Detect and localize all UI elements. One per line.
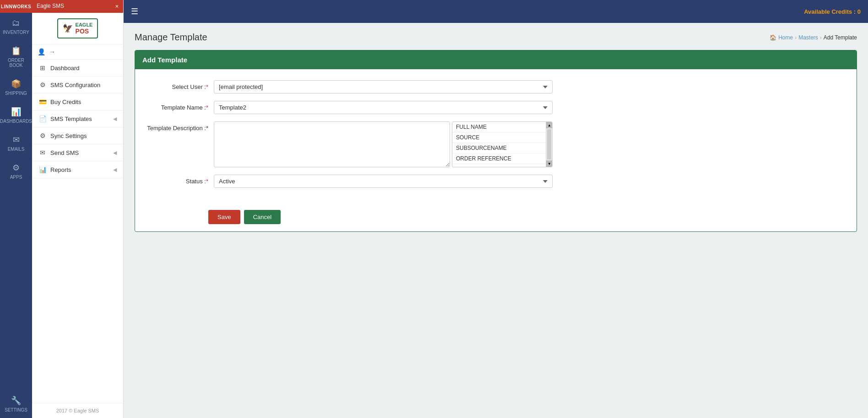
linnworks-label: LINNWORKS xyxy=(1,4,31,9)
template-name-label: Template Name :* xyxy=(144,101,208,111)
breadcrumb-sep2: › xyxy=(820,34,822,41)
nav-inventory-label: INVENTORY xyxy=(3,30,29,35)
variable-item[interactable]: FULL NAME xyxy=(452,122,546,132)
select-user-row: Select User :* [email protected] xyxy=(144,80,847,94)
breadcrumb-sep1: › xyxy=(795,34,797,41)
page-title: Manage Template xyxy=(135,32,207,43)
sidebar-item-buy-credits[interactable]: 💳 Buy Credits xyxy=(32,94,123,110)
send-sms-label: Send SMS xyxy=(50,149,79,156)
nav-shipping-label: SHIPPING xyxy=(5,91,27,96)
desc-inputs-container: FULL NAMESOURCESUBSOURCENAMEORDER REFERE… xyxy=(214,121,553,167)
template-name-row: Template Name :* Template2 xyxy=(144,101,847,114)
main-content: ☰ Available Credits : 0 Manage Template … xyxy=(124,0,868,418)
secondary-sidebar-redbar: Eagle SMS × xyxy=(32,0,123,13)
hamburger-icon[interactable]: ☰ xyxy=(131,6,138,16)
sync-settings-label: Sync Settings xyxy=(50,132,87,139)
top-bar: ☰ Available Credits : 0 xyxy=(124,0,868,23)
apps-icon: ⚙ xyxy=(12,163,20,173)
form-card-title: Add Template xyxy=(142,56,187,64)
sync-settings-icon: ⚙ xyxy=(38,132,47,139)
nav-shipping[interactable]: 📦 SHIPPING xyxy=(0,73,32,101)
breadcrumb-home[interactable]: Home xyxy=(778,34,793,41)
inventory-icon: 🗂 xyxy=(12,18,20,28)
variable-item[interactable]: POSTAL SERVICE NAME xyxy=(452,164,546,167)
nav-inventory[interactable]: 🗂 INVENTORY xyxy=(0,13,32,40)
variable-scroll-up[interactable]: ▲ xyxy=(546,122,553,128)
logo-pos-text: POS xyxy=(76,28,93,35)
status-row: Status :* Active xyxy=(144,175,847,188)
variable-item[interactable]: SOURCE xyxy=(452,132,546,143)
nav-settings-label: SETTINGS xyxy=(5,407,27,412)
status-dropdown[interactable]: Active xyxy=(214,175,553,188)
dashboard-icon: ⊞ xyxy=(38,64,47,72)
variable-scroll-down[interactable]: ▼ xyxy=(546,160,553,167)
dashboard-label: Dashboard xyxy=(50,65,80,72)
sms-config-label: SMS Configuration xyxy=(50,82,100,88)
sidebar-item-sms-templates[interactable]: 📄 SMS Templates ◀ xyxy=(32,110,123,127)
breadcrumb-current: Add Template xyxy=(824,34,857,41)
user-bar: 👤 → xyxy=(32,44,123,60)
sms-templates-icon: 📄 xyxy=(38,115,47,122)
variable-item[interactable]: ORDER REFERENCE xyxy=(452,154,546,164)
send-sms-icon: ✉ xyxy=(38,149,47,156)
variable-list[interactable]: FULL NAMESOURCESUBSOURCENAMEORDER REFERE… xyxy=(452,122,546,167)
reports-label: Reports xyxy=(50,166,71,173)
close-tab-icon[interactable]: × xyxy=(110,0,123,12)
breadcrumb-nav: 🏠 Home › Masters › Add Template xyxy=(770,34,857,41)
template-desc-row: Template Description :* FULL NAMESOURCES… xyxy=(144,121,847,167)
linnworks-logo-bar: LINNWORKS xyxy=(0,0,32,13)
template-desc-textarea[interactable] xyxy=(214,121,450,167)
sidebar-item-sync-settings[interactable]: ⚙ Sync Settings xyxy=(32,127,123,144)
buy-credits-label: Buy Credits xyxy=(50,99,81,105)
breadcrumb: Manage Template 🏠 Home › Masters › Add T… xyxy=(135,32,857,43)
user-icon: 👤 xyxy=(38,48,45,55)
sidebar-item-send-sms[interactable]: ✉ Send SMS ◀ xyxy=(32,144,123,161)
dashboards-icon: 📊 xyxy=(11,107,21,117)
icon-sidebar: LINNWORKS 🗂 INVENTORY 📋 ORDER BOOK 📦 SHI… xyxy=(0,0,32,418)
form-card: Add Template Select User :* [email prote… xyxy=(135,50,857,232)
eagle-pos-icon: 🦅 xyxy=(63,23,73,33)
variable-scroll-thumb xyxy=(547,129,551,160)
emails-icon: ✉ xyxy=(13,135,20,145)
select-user-dropdown[interactable]: [email protected] xyxy=(214,80,553,94)
sms-config-icon: ⚙ xyxy=(38,81,47,88)
save-button[interactable]: Save xyxy=(208,210,240,224)
nav-order-book[interactable]: 📋 ORDER BOOK xyxy=(0,40,32,73)
nav-emails[interactable]: ✉ EMAILS xyxy=(0,129,32,157)
nav-settings[interactable]: 🔧 SETTINGS xyxy=(0,390,32,418)
buy-credits-icon: 💳 xyxy=(38,98,47,105)
nav-order-book-label: ORDER BOOK xyxy=(2,58,30,68)
variable-list-wrapper: FULL NAMESOURCESUBSOURCENAMEORDER REFERE… xyxy=(452,121,553,167)
sidebar-item-sms-configuration[interactable]: ⚙ SMS Configuration xyxy=(32,77,123,94)
sidebar-item-reports[interactable]: 📊 Reports ◀ xyxy=(32,161,123,178)
nav-dashboards[interactable]: 📊 DASHBOARDS xyxy=(0,101,32,129)
form-buttons: Save Cancel xyxy=(135,206,857,231)
template-desc-label: Template Description :* xyxy=(144,121,208,132)
form-card-body: Select User :* [email protected] Templat… xyxy=(135,69,857,206)
sms-templates-chevron: ◀ xyxy=(113,116,117,122)
shipping-icon: 📦 xyxy=(11,79,21,89)
sidebar-item-dashboard[interactable]: ⊞ Dashboard xyxy=(32,60,123,77)
variable-scrollbar: ▲ ▼ xyxy=(546,122,552,167)
order-book-icon: 📋 xyxy=(11,46,21,56)
cancel-button[interactable]: Cancel xyxy=(244,210,281,224)
nav-apps[interactable]: ⚙ APPS xyxy=(0,157,32,185)
nav-dashboards-label: DASHBOARDS xyxy=(0,119,32,124)
page-content: Manage Template 🏠 Home › Masters › Add T… xyxy=(124,23,868,418)
sidebar-footer: 2017 © Eagle SMS xyxy=(32,403,123,418)
eagle-pos-logo: 🦅 EAGLE POS xyxy=(57,18,98,38)
select-user-label: Select User :* xyxy=(144,80,208,90)
logo-area: 🦅 EAGLE POS xyxy=(32,13,123,44)
sms-templates-label: SMS Templates xyxy=(50,116,92,122)
reports-icon: 📊 xyxy=(38,166,47,173)
eagle-sms-tab[interactable]: Eagle SMS xyxy=(32,3,69,9)
secondary-sidebar: Eagle SMS × 🦅 EAGLE POS 👤 → ⊞ Dashboard … xyxy=(32,0,124,418)
logo-eagle-text: EAGLE xyxy=(76,22,93,28)
template-name-dropdown[interactable]: Template2 xyxy=(214,101,553,114)
variable-item[interactable]: SUBSOURCENAME xyxy=(452,143,546,154)
breadcrumb-masters[interactable]: Masters xyxy=(798,34,818,41)
nav-emails-label: EMAILS xyxy=(8,147,25,152)
home-icon: 🏠 xyxy=(770,34,776,41)
send-sms-chevron: ◀ xyxy=(113,150,117,156)
user-arrow-icon: → xyxy=(49,48,55,55)
